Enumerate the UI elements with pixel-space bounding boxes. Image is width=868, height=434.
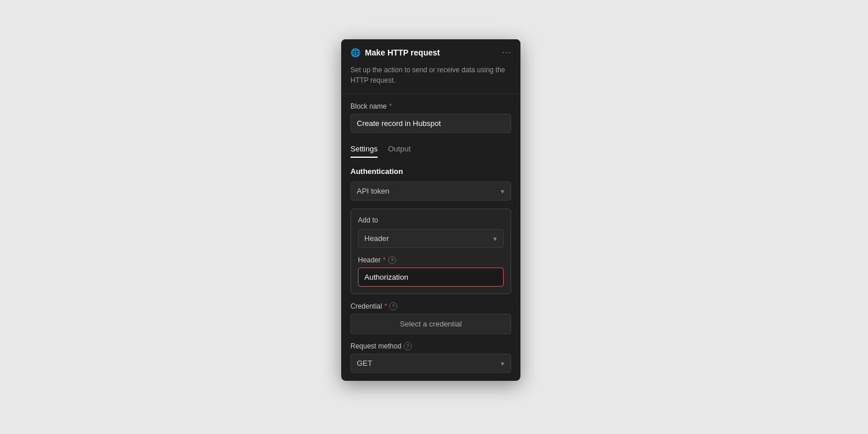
- add-to-select-wrapper: Header Query Body ▼: [358, 229, 504, 248]
- authentication-field: Authentication API token Basic Auth Bear…: [350, 167, 511, 201]
- request-method-help-icon[interactable]: ?: [404, 342, 412, 350]
- add-to-section: Add to Header Query Body ▼ Header * ?: [350, 209, 511, 294]
- request-method-field: Request method ? GET POST PUT PATCH DELE…: [350, 342, 511, 373]
- panel-header-left: 🌐 Make HTTP request: [350, 48, 440, 57]
- credential-help-icon[interactable]: ?: [389, 302, 397, 310]
- block-name-label: Block name *: [350, 102, 511, 110]
- make-http-request-panel: 🌐 Make HTTP request ··· Set up the actio…: [341, 39, 520, 381]
- panel-description: Set up the action to send or receive dat…: [341, 65, 520, 94]
- header-required: *: [383, 256, 386, 264]
- panel-header: 🌐 Make HTTP request ···: [341, 39, 520, 65]
- globe-icon: 🌐: [350, 48, 360, 57]
- more-options-icon[interactable]: ···: [502, 47, 511, 58]
- header-text-input[interactable]: [358, 268, 504, 287]
- select-credential-button[interactable]: Select a credential: [350, 314, 511, 334]
- credential-field: Credential * ? Select a credential: [350, 302, 511, 334]
- authentication-label: Authentication: [350, 167, 511, 176]
- credential-required: *: [385, 302, 387, 310]
- request-method-select-wrapper: GET POST PUT PATCH DELETE ▼: [350, 354, 511, 373]
- block-name-required: *: [389, 102, 392, 110]
- authentication-select-wrapper: API token Basic Auth Bearer token None ▼: [350, 181, 511, 201]
- add-to-select[interactable]: Header Query Body: [358, 229, 504, 248]
- request-method-label: Request method ?: [350, 342, 511, 350]
- tab-output[interactable]: Output: [388, 141, 411, 158]
- panel-body: Block name * Settings Output Authenticat…: [341, 94, 520, 381]
- tabs-container: Settings Output: [350, 141, 511, 158]
- authentication-select[interactable]: API token Basic Auth Bearer token None: [350, 181, 511, 201]
- panel-title: Make HTTP request: [365, 48, 440, 57]
- block-name-input[interactable]: [350, 114, 511, 133]
- block-name-field: Block name *: [350, 102, 511, 133]
- add-to-label: Add to: [358, 216, 504, 224]
- credential-label: Credential * ?: [350, 302, 511, 310]
- header-field-group: Header * ?: [358, 256, 504, 287]
- add-to-field: Add to Header Query Body ▼: [358, 216, 504, 248]
- header-field-label: Header * ?: [358, 256, 504, 264]
- tab-settings[interactable]: Settings: [350, 141, 378, 158]
- request-method-select[interactable]: GET POST PUT PATCH DELETE: [350, 354, 511, 373]
- header-help-icon[interactable]: ?: [388, 256, 396, 264]
